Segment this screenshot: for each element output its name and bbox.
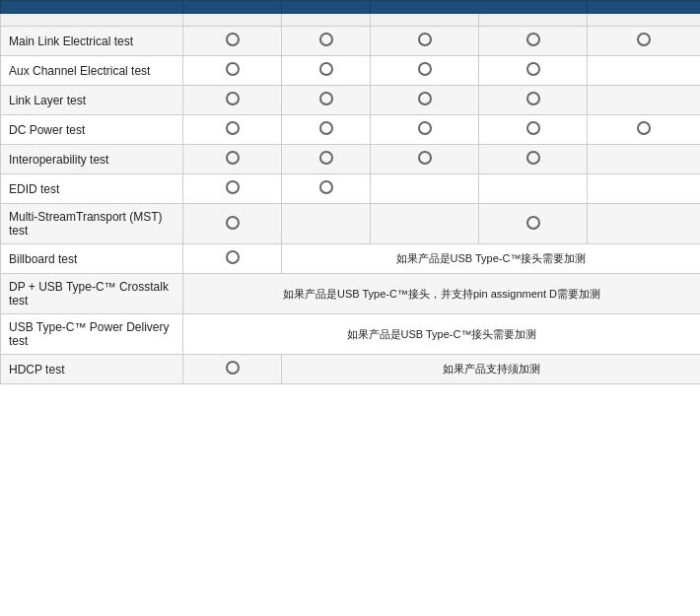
subheader-empty: [1, 14, 183, 27]
sink-cell: [282, 145, 371, 174]
check-circle-icon: [319, 62, 333, 76]
row-label: HDCP test: [1, 355, 183, 384]
table-row: DP + USB Type-C™ Crosstalk test如果产品是USB …: [1, 274, 701, 314]
sink-cell: [282, 86, 371, 115]
sink-cell: [282, 56, 371, 86]
branch-conn-cell: [479, 174, 588, 204]
branch-dock-cell: [371, 56, 479, 86]
check-circle-icon: [526, 62, 540, 76]
row-label: Main Link Electrical test: [1, 27, 183, 56]
branch-conn-cell: [479, 56, 588, 86]
table-row: Interoperability test: [1, 145, 701, 174]
table-row: EDID test: [1, 174, 701, 204]
check-circle-icon: [637, 121, 651, 135]
sink-cell: [183, 244, 282, 274]
sink-cell: [282, 115, 371, 145]
check-circle-icon: [319, 180, 333, 194]
cable-cell: [588, 204, 701, 244]
header-cable: [588, 1, 701, 14]
row-label: DP + USB Type-C™ Crosstalk test: [1, 274, 183, 314]
check-circle-icon: [526, 121, 540, 135]
cable-cell: [588, 115, 701, 145]
sink-cell: [282, 204, 371, 244]
check-circle-icon: [226, 250, 240, 264]
source-cell: [183, 56, 282, 86]
check-circle-icon: [418, 33, 432, 46]
branch-conn-cell: [479, 145, 588, 174]
cable-cell: [588, 56, 701, 86]
merge-cell: 如果产品是USB Type-C™接头需要加测: [282, 244, 701, 274]
merge-cell: 如果产品是USB Type-C™接头，并支持pin assignment D需要…: [183, 274, 701, 314]
table-row: DC Power test: [1, 115, 701, 145]
branch-dock-cell: [371, 174, 479, 204]
merge-cell: 如果产品支持须加测: [282, 355, 701, 384]
source-cell: [183, 115, 282, 145]
check-circle-icon: [226, 151, 240, 165]
row-label: Interoperability test: [1, 145, 183, 174]
header-sink: [282, 1, 371, 14]
row-label: Billboard test: [1, 244, 183, 274]
check-circle-icon: [319, 92, 333, 105]
subheader-source: [183, 14, 282, 27]
table-row: Aux Channel Electrical test: [1, 56, 701, 86]
row-label: Link Layer test: [1, 86, 183, 115]
check-circle-icon: [526, 33, 540, 46]
check-circle-icon: [526, 92, 540, 105]
check-circle-icon: [226, 361, 240, 375]
branch-dock-cell: [371, 145, 479, 174]
branch-dock-cell: [371, 204, 479, 244]
branch-conn-cell: [479, 27, 588, 56]
check-circle-icon: [319, 151, 333, 165]
source-cell: [183, 27, 282, 56]
subheader-branch-conn: [479, 14, 588, 27]
table-row: Link Layer test: [1, 86, 701, 115]
branch-dock-cell: [371, 86, 479, 115]
table-row: Main Link Electrical test: [1, 27, 701, 56]
check-circle-icon: [226, 62, 240, 76]
source-cell: [183, 86, 282, 115]
subheader-branch-dock: [371, 14, 479, 27]
check-circle-icon: [226, 121, 240, 135]
row-label: EDID test: [1, 174, 183, 204]
header-source: [183, 1, 282, 14]
sink-cell: [282, 27, 371, 56]
check-circle-icon: [418, 151, 432, 165]
table-row: Billboard test如果产品是USB Type-C™接头需要加测: [1, 244, 701, 274]
branch-dock-cell: [371, 27, 479, 56]
branch-dock-cell: [371, 115, 479, 145]
check-circle-icon: [226, 216, 240, 230]
table-row: HDCP test如果产品支持须加测: [1, 355, 701, 384]
source-cell: [183, 204, 282, 244]
header-empty: [1, 1, 183, 14]
check-circle-icon: [226, 180, 240, 194]
subheader-sink: [282, 14, 371, 27]
branch-conn-cell: [479, 204, 588, 244]
check-circle-icon: [226, 33, 240, 46]
sink-cell: [282, 174, 371, 204]
branch-conn-cell: [479, 86, 588, 115]
header-row-1: [1, 1, 701, 14]
check-circle-icon: [226, 92, 240, 105]
cable-cell: [588, 86, 701, 115]
cable-cell: [588, 145, 701, 174]
branch-conn-cell: [479, 115, 588, 145]
cable-cell: [588, 174, 701, 204]
check-circle-icon: [526, 151, 540, 165]
row-label: Aux Channel Electrical test: [1, 56, 183, 86]
check-circle-icon: [637, 33, 651, 46]
subheader-cable: [588, 14, 701, 27]
source-cell: [183, 355, 282, 384]
check-circle-icon: [526, 216, 540, 230]
cable-cell: [588, 27, 701, 56]
header-branch: [371, 1, 588, 14]
table-row: Multi-StreamTransport (MST) test: [1, 204, 701, 244]
check-circle-icon: [319, 121, 333, 135]
merge-cell: 如果产品是USB Type-C™接头需要加测: [183, 314, 701, 355]
source-cell: [183, 145, 282, 174]
source-cell: [183, 174, 282, 204]
row-label: DC Power test: [1, 115, 183, 145]
row-label: USB Type-C™ Power Delivery test: [1, 314, 183, 355]
table-row: USB Type-C™ Power Delivery test如果产品是USB …: [1, 314, 701, 355]
check-circle-icon: [319, 33, 333, 46]
header-row-2: [1, 14, 701, 27]
